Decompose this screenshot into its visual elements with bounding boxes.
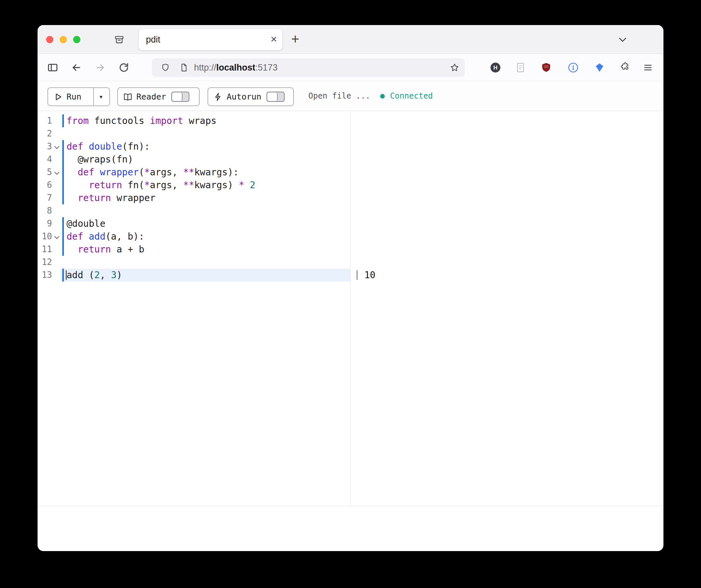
reader-switch[interactable] <box>171 91 189 102</box>
line-number: 11 <box>37 243 52 256</box>
back-icon[interactable] <box>71 62 82 73</box>
reader-toggle-button[interactable]: Reader <box>117 87 200 106</box>
code-line-6[interactable]: 6 return fn(*args, **kwargs) * 2 <box>37 179 664 192</box>
line-number: 7 <box>37 192 52 204</box>
line-number: 13 <box>37 268 52 281</box>
cell-marker <box>62 230 64 243</box>
extension-ublock-icon[interactable] <box>540 62 552 73</box>
code-text: return wrapper <box>66 192 156 204</box>
tab-close-icon[interactable]: × <box>270 29 277 49</box>
code-line-9[interactable]: 9@double <box>37 217 664 230</box>
text-cursor <box>66 270 66 280</box>
forward-icon[interactable] <box>94 62 106 73</box>
code-line-8[interactable]: 8 <box>37 204 664 217</box>
run-split-divider <box>93 88 94 106</box>
code-line-10[interactable]: 10def add(a, b): <box>37 230 664 243</box>
reader-label: Reader <box>137 92 166 102</box>
extension-gem-icon[interactable] <box>594 62 605 73</box>
code-text: @wraps(fn) <box>66 153 133 166</box>
code-editor[interactable]: 1from functools import wraps23def double… <box>37 111 664 506</box>
url-host: localhost <box>216 63 256 72</box>
line-number: 1 <box>37 115 52 127</box>
play-icon <box>53 92 63 102</box>
connection-status: Connected <box>380 81 433 111</box>
tab-list-chevron-icon[interactable] <box>617 34 628 45</box>
book-icon <box>123 92 133 102</box>
code-line-4[interactable]: 4 @wraps(fn) <box>37 153 664 166</box>
line-number: 8 <box>37 204 52 217</box>
browser-window: pdit × + <box>37 25 664 551</box>
tab-title: pdit <box>146 29 161 50</box>
fold-chevron-icon[interactable] <box>55 170 59 175</box>
page-info-icon[interactable] <box>179 63 188 72</box>
code-text: return a + b <box>66 243 144 256</box>
fold-chevron-icon[interactable] <box>55 144 59 149</box>
autorun-switch-knob <box>267 92 278 101</box>
autorun-label: Autorun <box>227 92 261 102</box>
code-lines: 1from functools import wraps23def double… <box>37 111 664 506</box>
menu-hamburger-icon[interactable] <box>642 62 654 73</box>
editor-output-divider <box>350 111 350 506</box>
line-number: 12 <box>37 256 52 268</box>
code-text: def wrapper(*args, **kwargs): <box>66 166 239 179</box>
code-line-13[interactable]: 13add (2, 3) <box>37 268 664 281</box>
url-port: :5173 <box>255 63 278 72</box>
extensions-puzzle-icon[interactable] <box>619 62 630 73</box>
output-value: 10 <box>364 268 376 281</box>
line-number: 2 <box>37 127 52 140</box>
tab-bar: pdit × + <box>37 25 664 54</box>
code-line-12[interactable]: 12 <box>37 256 664 268</box>
cell-marker <box>62 192 64 204</box>
cell-marker <box>62 153 64 166</box>
code-text: from functools import wraps <box>66 115 216 127</box>
extension-notes-icon[interactable] <box>515 62 526 73</box>
sidebar-toggle-icon[interactable] <box>47 62 58 73</box>
url-protocol: http:// <box>194 63 216 72</box>
svg-text:H: H <box>493 64 497 71</box>
code-text: return fn(*args, **kwargs) * 2 <box>66 179 255 192</box>
code-line-3[interactable]: 3def double(fn): <box>37 140 664 153</box>
close-window-button[interactable] <box>46 36 53 43</box>
line-number: 3 <box>37 140 52 153</box>
app-toolbar: Run ▾ Reader Autorun Open file ... Conne <box>37 81 664 111</box>
open-file-button[interactable]: Open file ... <box>308 81 370 111</box>
line-number: 4 <box>37 153 52 166</box>
extension-1password-icon[interactable] <box>567 62 579 73</box>
run-label: Run <box>66 92 81 102</box>
navigation-bar: http://localhost:5173 H <box>37 54 664 81</box>
url-bar[interactable]: http://localhost:5173 <box>152 58 465 77</box>
archive-icon[interactable] <box>114 34 125 45</box>
code-text: add (2, 3) <box>66 268 122 281</box>
extension-h-icon[interactable]: H <box>490 62 501 73</box>
cell-marker <box>62 115 64 127</box>
tracking-shield-icon[interactable] <box>161 63 170 72</box>
code-line-11[interactable]: 11 return a + b <box>37 243 664 256</box>
lightning-icon <box>213 92 223 102</box>
autorun-switch[interactable] <box>266 91 285 102</box>
url-text[interactable]: http://localhost:5173 <box>194 58 278 77</box>
desktop-background: pdit × + <box>0 0 701 588</box>
new-tab-button[interactable]: + <box>291 29 299 49</box>
line-number: 9 <box>37 217 52 230</box>
code-line-1[interactable]: 1from functools import wraps <box>37 115 664 127</box>
run-dropdown-caret-icon[interactable]: ▾ <box>99 88 103 106</box>
code-line-2[interactable]: 2 <box>37 127 664 140</box>
line-number: 5 <box>37 166 52 179</box>
code-line-5[interactable]: 5 def wrapper(*args, **kwargs): <box>37 166 664 179</box>
minimize-window-button[interactable] <box>60 36 67 43</box>
zoom-window-button[interactable] <box>73 36 80 43</box>
bookmark-star-icon[interactable] <box>450 63 460 72</box>
line-number: 10 <box>37 230 52 243</box>
code-line-7[interactable]: 7 return wrapper <box>37 192 664 204</box>
browser-tab[interactable]: pdit × <box>139 29 282 50</box>
fold-chevron-icon[interactable] <box>55 234 59 239</box>
autorun-toggle-button[interactable]: Autorun <box>208 87 294 106</box>
run-button[interactable]: Run ▾ <box>47 87 110 106</box>
status-label: Connected <box>390 91 433 101</box>
code-text: @double <box>66 217 105 230</box>
cell-marker <box>62 179 64 192</box>
reload-icon[interactable] <box>118 62 130 73</box>
status-dot-icon <box>380 94 385 99</box>
cell-marker <box>62 217 64 230</box>
reader-switch-knob <box>172 92 183 101</box>
